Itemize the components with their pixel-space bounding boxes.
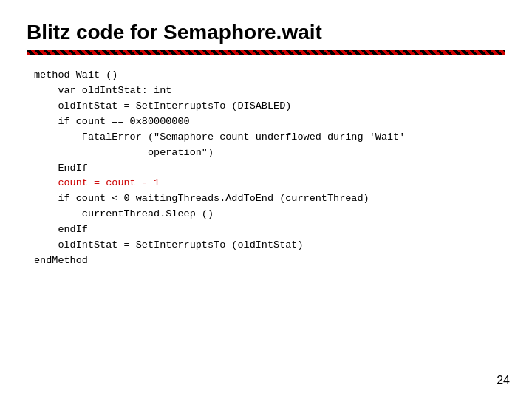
page-number: 24 <box>497 374 510 387</box>
code-block: method Wait () var oldIntStat: int oldIn… <box>27 68 505 269</box>
code-line-5: FatalError ("Semaphore count underflowed… <box>34 130 505 146</box>
code-line-8: count = count - 1 <box>34 176 505 191</box>
code-line-4: if count == 0x80000000 <box>34 115 505 130</box>
code-line-10: currentThread.Sleep () <box>34 207 505 222</box>
title-underline <box>27 50 505 55</box>
code-line-9: if count < 0 waitingThreads.AddToEnd (cu… <box>34 191 505 207</box>
code-line-3: oldIntStat = SetInterruptsTo (DISABLED) <box>34 99 505 115</box>
code-line-12: oldIntStat = SetInterruptsTo (oldIntStat… <box>34 238 505 253</box>
code-line-2: var oldIntStat: int <box>34 83 505 99</box>
code-line-1: method Wait () <box>34 68 505 83</box>
code-line-13: endMethod <box>34 253 505 269</box>
code-line-11: endIf <box>34 222 505 238</box>
slide-container: Blitz code for Semaphore.wait method Wai… <box>0 0 532 399</box>
code-line-7: EndIf <box>34 161 505 177</box>
code-line-6: operation") <box>34 146 505 161</box>
slide-title: Blitz code for Semaphore.wait <box>27 21 505 44</box>
